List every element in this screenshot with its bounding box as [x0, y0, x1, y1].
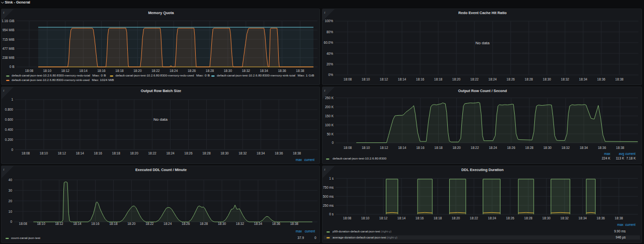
- svg-text:18:26: 18:26: [184, 151, 193, 155]
- svg-text:100 K: 100 K: [325, 123, 334, 127]
- svg-text:18:16: 18:16: [416, 77, 425, 81]
- svg-text:18:24: 18:24: [170, 69, 178, 72]
- svg-text:18:10: 18:10: [362, 77, 370, 81]
- svg-text:Max: 1024 MiB: Max: 1024 MiB: [92, 78, 114, 82]
- svg-text:18:08: 18:08: [25, 69, 34, 72]
- svg-text:18:28: 18:28: [524, 216, 533, 220]
- svg-text:18:30: 18:30: [543, 77, 551, 81]
- svg-text:18:14: 18:14: [398, 146, 407, 149]
- svg-text:9.90 ms: 9.90 ms: [614, 229, 626, 233]
- svg-text:1: 1: [11, 98, 13, 101]
- svg-text:18:34: 18:34: [579, 216, 587, 220]
- svg-text:18:38: 18:38: [293, 151, 301, 155]
- svg-text:No data: No data: [153, 117, 168, 122]
- svg-text:18:38: 18:38: [296, 69, 304, 72]
- svg-text:1.16 GiB: 1.16 GiB: [2, 19, 14, 23]
- svg-text:40: 40: [9, 178, 13, 182]
- svg-text:max: max: [296, 158, 302, 161]
- svg-text:18:26: 18:26: [507, 77, 515, 81]
- svg-text:0.200: 0.200: [5, 138, 14, 141]
- svg-text:18:12: 18:12: [58, 151, 66, 155]
- svg-text:current: current: [625, 152, 635, 155]
- svg-text:30: 30: [9, 189, 13, 192]
- svg-text:i: i: [3, 168, 4, 171]
- svg-text:18:12: 18:12: [380, 146, 388, 149]
- svg-text:default-canal-json-test-10.2.6: default-canal-json-test-10.2.6.80:8300: [333, 157, 387, 160]
- svg-text:18:18: 18:18: [115, 69, 124, 72]
- svg-text:max: max: [617, 223, 624, 226]
- svg-text:18:22: 18:22: [470, 216, 478, 220]
- svg-text:i: i: [3, 89, 4, 92]
- svg-text:current: current: [304, 158, 314, 161]
- svg-text:18:36: 18:36: [598, 146, 606, 149]
- svg-text:7.18 K: 7.18 K: [626, 156, 636, 160]
- svg-text:Max: 0 B: Max: 0 B: [196, 74, 210, 77]
- svg-text:i: i: [324, 11, 325, 14]
- svg-text:0.600: 0.600: [5, 118, 14, 121]
- svg-text:18:22: 18:22: [151, 69, 160, 72]
- svg-text:18:12: 18:12: [55, 222, 63, 225]
- svg-text:18:26: 18:26: [506, 216, 515, 220]
- svg-text:18:38: 18:38: [615, 216, 623, 220]
- svg-text:18:36: 18:36: [275, 151, 283, 155]
- svg-text:18:18: 18:18: [434, 77, 443, 81]
- svg-text:18:28: 18:28: [202, 151, 211, 155]
- svg-text:0.800: 0.800: [5, 108, 14, 111]
- svg-text:18:38: 18:38: [616, 146, 624, 149]
- svg-text:18:12: 18:12: [379, 216, 388, 220]
- svg-text:0 B: 0 B: [10, 65, 15, 68]
- svg-text:count-canal-json-test: count-canal-json-test: [11, 236, 40, 239]
- svg-text:18:30: 18:30: [218, 222, 226, 225]
- svg-text:18:24: 18:24: [488, 216, 497, 220]
- svg-text:18:22: 18:22: [148, 151, 156, 155]
- svg-text:18:28: 18:28: [525, 146, 534, 149]
- svg-text:477 MiB: 477 MiB: [3, 47, 15, 50]
- svg-text:37.9: 37.9: [297, 236, 304, 239]
- svg-text:max: max: [296, 229, 302, 233]
- svg-text:18:08: 18:08: [22, 151, 30, 155]
- svg-text:18:26: 18:26: [188, 69, 196, 72]
- svg-text:18:16: 18:16: [416, 216, 424, 220]
- svg-text:18:08: 18:08: [343, 216, 352, 220]
- svg-text:10: 10: [9, 210, 13, 213]
- svg-text:250 ms: 250 ms: [323, 204, 334, 207]
- svg-text:current: current: [305, 229, 315, 233]
- svg-text:18:34: 18:34: [254, 222, 263, 225]
- svg-text:250 K: 250 K: [325, 96, 334, 100]
- svg-text:default-canal-json-test-10.2.6: default-canal-json-test-10.2.6.80:8300-m…: [217, 74, 295, 77]
- svg-text:i: i: [3, 11, 4, 14]
- svg-text:18:20: 18:20: [130, 151, 138, 155]
- svg-text:18:20: 18:20: [127, 222, 136, 225]
- svg-text:18:32: 18:32: [561, 146, 570, 149]
- svg-text:60.0%: 60.0%: [324, 41, 334, 44]
- svg-text:150 K: 150 K: [325, 114, 334, 118]
- svg-text:18:28: 18:28: [206, 69, 214, 72]
- svg-text:18:26: 18:26: [182, 222, 190, 225]
- svg-text:Max: 0 B: Max: 0 B: [93, 74, 106, 77]
- svg-text:238 MiB: 238 MiB: [3, 56, 15, 59]
- svg-text:18:18: 18:18: [434, 146, 443, 149]
- svg-text:18:20: 18:20: [133, 69, 142, 72]
- svg-text:18:24: 18:24: [489, 146, 498, 149]
- svg-text:18:30: 18:30: [224, 69, 232, 72]
- svg-text:No data: No data: [475, 41, 490, 45]
- svg-text:18:12: 18:12: [61, 69, 70, 72]
- svg-text:750 ms: 750 ms: [323, 186, 334, 189]
- svg-text:50 K: 50 K: [327, 132, 334, 136]
- svg-text:18:24: 18:24: [166, 151, 175, 155]
- svg-text:715 MiB: 715 MiB: [3, 38, 15, 41]
- svg-text:18:32: 18:32: [560, 216, 569, 220]
- svg-text:18:16: 18:16: [416, 146, 425, 149]
- svg-text:18:20: 18:20: [452, 216, 460, 220]
- svg-text:18:16: 18:16: [91, 222, 100, 225]
- svg-text:18:38: 18:38: [290, 222, 299, 225]
- svg-text:DDL Executing Duration: DDL Executing Duration: [461, 168, 504, 172]
- svg-text:Redo Event Cache Hit Ratio: Redo Event Cache Hit Ratio: [458, 11, 507, 15]
- svg-text:Memory Quota: Memory Quota: [148, 11, 174, 15]
- svg-text:i: i: [324, 89, 325, 92]
- svg-text:18:10: 18:10: [37, 222, 45, 225]
- svg-text:0.400: 0.400: [5, 128, 14, 131]
- svg-text:18:32: 18:32: [242, 69, 251, 72]
- svg-text:40%: 40%: [327, 52, 333, 55]
- svg-text:i: i: [324, 168, 325, 171]
